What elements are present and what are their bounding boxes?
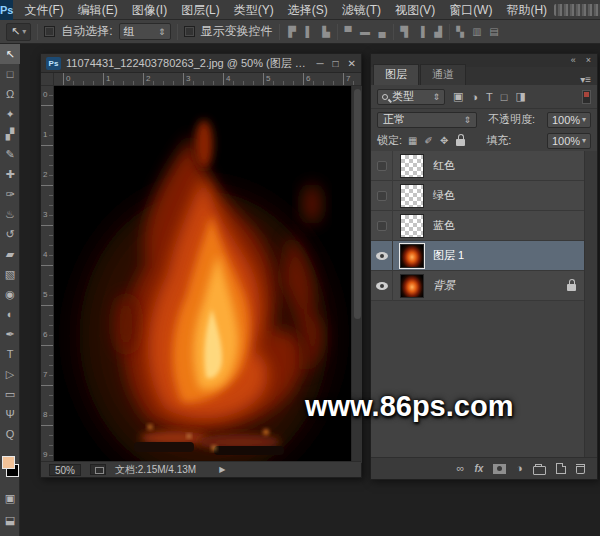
tool-blur[interactable]: ◉ xyxy=(0,284,20,304)
blend-mode-dropdown[interactable]: 正常 ⇕ xyxy=(377,112,477,128)
tool-move[interactable]: ↖ xyxy=(0,44,20,64)
layer-thumbnail-fire[interactable] xyxy=(400,244,424,268)
filter-type-layers-icon[interactable]: T xyxy=(486,91,493,103)
layer-style-icon[interactable]: fx xyxy=(474,464,483,474)
tool-crop[interactable]: ▞ xyxy=(0,124,20,144)
maximize-icon[interactable]: □ xyxy=(333,58,339,69)
vertical-ruler[interactable]: 0 1 2 3 4 5 6 7 8 9 xyxy=(41,86,54,463)
tool-clone-stamp[interactable]: ♨ xyxy=(0,204,20,224)
distribute-top-icon[interactable]: ▜ xyxy=(398,26,411,37)
tab-channels[interactable]: 通道 xyxy=(420,64,466,85)
align-bottom-icon[interactable]: ▙ xyxy=(320,26,333,37)
new-adjustment-layer-icon[interactable]: ◑ xyxy=(516,463,523,474)
delete-layer-icon[interactable] xyxy=(576,464,585,474)
tool-spot-healing-brush[interactable]: ✚ xyxy=(0,164,20,184)
filter-adjustment-layers-icon[interactable]: ◑ xyxy=(471,91,478,103)
distribute-vcenter-icon[interactable]: ▐ xyxy=(415,26,428,37)
distribute-hcenter-icon[interactable]: ▥ xyxy=(471,26,484,37)
panel-menu-icon[interactable]: ▾≡ xyxy=(574,74,597,85)
menu-item-file[interactable]: 文件(F) xyxy=(17,0,70,20)
menu-item-view[interactable]: 视图(V) xyxy=(388,0,442,20)
tool-hand[interactable]: Ψ xyxy=(0,404,20,424)
layers-scrollbar-track[interactable] xyxy=(584,151,597,457)
distribute-right-icon[interactable]: ▤ xyxy=(488,26,501,37)
distribute-bottom-icon[interactable]: ▟ xyxy=(432,26,445,37)
horizontal-ruler[interactable]: 0 1 2 3 4 5 6 7 xyxy=(54,73,361,86)
align-right-icon[interactable]: ▄ xyxy=(376,26,389,37)
tool-history-brush[interactable]: ↺ xyxy=(0,224,20,244)
visibility-toggle[interactable] xyxy=(371,181,393,211)
layer-thumbnail-checker[interactable] xyxy=(400,154,424,178)
status-menu-arrow-icon[interactable]: ▶ xyxy=(219,465,225,474)
auto-select-dropdown[interactable]: 组 ⇕ xyxy=(119,23,171,40)
foreground-color-swatch[interactable] xyxy=(2,456,15,469)
document-title-bar[interactable]: Ps 11074431_122403780263_2.jpg @ 50% (图层… xyxy=(41,54,361,73)
collapse-panels-icon[interactable]: « xyxy=(571,54,576,67)
tool-lasso[interactable]: Ω xyxy=(0,84,20,104)
tool-rectangle[interactable]: ▭ xyxy=(0,384,20,404)
align-left-icon[interactable]: ▀ xyxy=(342,26,355,37)
tool-type[interactable]: T xyxy=(0,344,20,364)
layer-thumbnail-fire[interactable] xyxy=(400,274,424,298)
tool-preset-picker[interactable]: ↖ ▾ xyxy=(6,23,31,41)
tool-eraser[interactable]: ▰ xyxy=(0,244,20,264)
menu-item-type[interactable]: 类型(Y) xyxy=(227,0,281,20)
layer-row-blue[interactable]: 蓝色 xyxy=(371,211,584,241)
tool-pen[interactable]: ✒ xyxy=(0,324,20,344)
new-group-icon[interactable] xyxy=(533,466,546,475)
menu-item-filter[interactable]: 滤镜(T) xyxy=(335,0,388,20)
visibility-toggle[interactable] xyxy=(371,151,393,181)
align-top-icon[interactable]: ▛ xyxy=(286,26,299,37)
tool-path-selection[interactable]: ▷ xyxy=(0,364,20,384)
screen-mode-icon[interactable]: ⬓ xyxy=(0,510,20,530)
tab-layers[interactable]: 图层 xyxy=(373,64,419,85)
opacity-field[interactable]: 100% ▾ xyxy=(547,112,591,128)
layer-row-background[interactable]: 背景 xyxy=(371,271,584,301)
filter-pixel-layers-icon[interactable]: ▣ xyxy=(453,90,463,103)
menu-item-window[interactable]: 窗口(W) xyxy=(442,0,499,20)
menu-item-edit[interactable]: 编辑(E) xyxy=(71,0,125,20)
align-hcenter-icon[interactable]: ▬ xyxy=(359,26,372,37)
fill-field[interactable]: 100% ▾ xyxy=(547,133,591,149)
layer-row-layer1[interactable]: 图层 1 xyxy=(371,241,584,271)
lock-all-icon[interactable] xyxy=(456,139,465,146)
layer-filtering-toggle[interactable] xyxy=(582,90,591,104)
add-layer-mask-icon[interactable] xyxy=(493,464,506,474)
tool-eyedropper[interactable]: ✎ xyxy=(0,144,20,164)
distribute-left-icon[interactable]: ▚ xyxy=(454,26,467,37)
filter-type-dropdown[interactable]: 类型 ⇕ xyxy=(377,89,445,105)
tool-quick-selection[interactable]: ✦ xyxy=(0,104,20,124)
menu-item-image[interactable]: 图像(I) xyxy=(125,0,174,20)
visibility-toggle[interactable] xyxy=(371,271,393,301)
minimize-icon[interactable]: ─ xyxy=(316,58,323,69)
visibility-toggle[interactable] xyxy=(371,241,393,271)
tool-zoom[interactable]: Q xyxy=(0,424,20,444)
lock-transparency-icon[interactable]: ▦ xyxy=(408,135,417,146)
layer-thumbnail-checker[interactable] xyxy=(400,214,424,238)
tool-gradient[interactable]: ▧ xyxy=(0,264,20,284)
lock-position-icon[interactable]: ✥ xyxy=(440,135,448,146)
scrollbar-thumb[interactable] xyxy=(354,89,361,319)
auto-select-checkbox[interactable] xyxy=(44,26,55,37)
quick-mask-icon[interactable]: ▣ xyxy=(0,488,20,508)
filter-shape-layers-icon[interactable]: □ xyxy=(501,91,508,103)
tool-dodge[interactable]: ◐ xyxy=(0,304,20,324)
menu-item-select[interactable]: 选择(S) xyxy=(281,0,335,20)
menu-item-help[interactable]: 帮助(H) xyxy=(499,0,554,20)
visibility-toggle[interactable] xyxy=(371,211,393,241)
menu-item-layer[interactable]: 图层(L) xyxy=(174,0,227,20)
layer-row-red[interactable]: 红色 xyxy=(371,151,584,181)
tool-rectangular-marquee[interactable]: □ xyxy=(0,64,20,84)
filter-smart-objects-icon[interactable]: ◨ xyxy=(515,90,525,103)
layer-row-green[interactable]: 绿色 xyxy=(371,181,584,211)
zoom-level-field[interactable]: 50% xyxy=(49,464,81,476)
new-layer-icon[interactable] xyxy=(556,463,566,474)
show-transform-checkbox[interactable] xyxy=(184,26,195,37)
ruler-origin-box[interactable] xyxy=(41,73,54,86)
link-layers-icon[interactable]: ∞ xyxy=(457,463,465,474)
panel-close-icon[interactable]: × xyxy=(586,54,591,67)
close-icon[interactable]: ✕ xyxy=(348,58,356,69)
lock-pixels-icon[interactable]: ✐ xyxy=(425,135,433,146)
layer-thumbnail-checker[interactable] xyxy=(400,184,424,208)
align-vcenter-icon[interactable]: ▌ xyxy=(303,26,316,37)
